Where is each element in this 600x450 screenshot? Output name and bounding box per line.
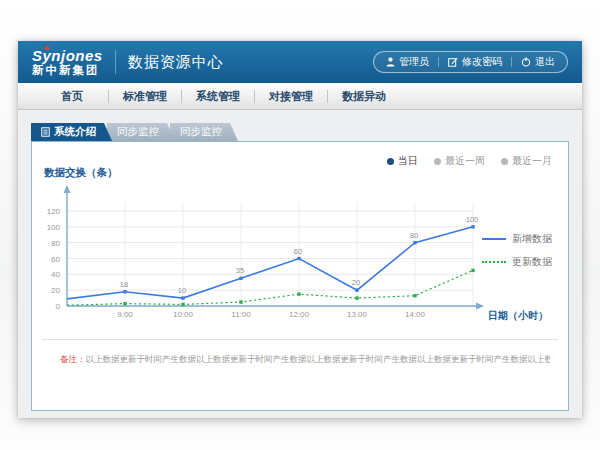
nav-item[interactable]: 数据异动 <box>328 89 400 104</box>
chart-legend: 新增数据更新数据 <box>482 232 552 269</box>
user-name-label: 管理员 <box>399 55 429 69</box>
footnote-label: 备注： <box>60 354 86 364</box>
brand-logo-subtext: 新中新集团 <box>32 64 103 76</box>
svg-text:100: 100 <box>47 223 61 232</box>
chart-filter-label: 当日 <box>398 154 418 168</box>
svg-text:80: 80 <box>51 239 60 248</box>
footnote: 备注：以上数据更新于时间产生数据以上数据更新于时间产生数据以上数据更新于时间产生… <box>60 354 550 366</box>
user-toolbar: 管理员 修改密码 退出 <box>373 51 568 73</box>
y-axis-title: 数据交换（条） <box>44 166 118 180</box>
change-password-label: 修改密码 <box>462 55 502 69</box>
tab-active[interactable]: 系统介绍 <box>31 123 112 141</box>
svg-text:20: 20 <box>352 278 360 287</box>
svg-text:60: 60 <box>51 255 60 264</box>
legend-item[interactable]: 新增数据 <box>482 232 552 246</box>
radio-dot-icon <box>387 158 394 165</box>
nav-item[interactable]: 标准管理 <box>109 89 181 104</box>
tab-label: 同步监控 <box>180 125 222 139</box>
toolbar-divider <box>438 57 439 67</box>
svg-text:日期（小时）: 日期（小时） <box>488 310 548 321</box>
svg-text:9:00: 9:00 <box>117 310 133 319</box>
panel-divider <box>42 339 558 340</box>
svg-text:10: 10 <box>178 286 186 295</box>
svg-text:35: 35 <box>236 266 244 275</box>
user-menu[interactable]: 管理员 <box>386 55 429 69</box>
legend-line-sample <box>482 261 506 263</box>
toolbar-divider <box>511 57 512 67</box>
legend-label: 新增数据 <box>512 232 552 246</box>
svg-text:12:00: 12:00 <box>289 310 310 319</box>
tab[interactable]: 同步监控 <box>170 123 238 141</box>
chart-filter-label: 最近一月 <box>512 154 552 168</box>
nav-item[interactable]: 首页 <box>36 89 108 104</box>
svg-text:10:00: 10:00 <box>173 310 194 319</box>
app-title: 数据资源中心 <box>128 53 224 72</box>
brand-logo: Synjones 新中新集团 <box>32 48 103 76</box>
app-window: Synjones 新中新集团 数据资源中心 管理员 修改密码 <box>18 41 582 418</box>
svg-text:14:00: 14:00 <box>405 310 426 319</box>
chart-svg: 0204060801001209:0010:0011:0012:0013:001… <box>40 182 552 332</box>
power-icon <box>521 57 531 67</box>
nav-item[interactable]: 系统管理 <box>182 89 254 104</box>
radio-dot-icon <box>501 158 508 165</box>
chart-filters: 当日最近一周最近一月 <box>387 154 552 168</box>
change-password-button[interactable]: 修改密码 <box>448 55 502 69</box>
footnote-text: 以上数据更新于时间产生数据以上数据更新于时间产生数据以上数据更新于时间产生数据以… <box>86 354 551 364</box>
tab-bar: 系统介绍同步监控同步监控 <box>31 123 569 141</box>
chart-panel: 当日最近一周最近一月 数据交换（条） 0204060801001209:0010… <box>31 141 569 411</box>
legend-line-sample <box>482 238 506 240</box>
svg-text:100: 100 <box>466 215 479 224</box>
svg-text:80: 80 <box>410 231 418 240</box>
document-icon <box>41 127 50 137</box>
user-icon <box>386 57 395 67</box>
svg-text:0: 0 <box>56 302 61 311</box>
legend-label: 更新数据 <box>512 255 552 269</box>
header-divider <box>115 50 116 74</box>
edit-icon <box>448 57 458 67</box>
tab-label: 系统介绍 <box>54 125 96 139</box>
chart-filter-label: 最近一周 <box>445 154 485 168</box>
logout-label: 退出 <box>535 55 555 69</box>
radio-dot-icon <box>434 158 441 165</box>
svg-text:11:00: 11:00 <box>231 310 251 319</box>
chart-filter-radio[interactable]: 最近一月 <box>501 154 552 168</box>
logout-button[interactable]: 退出 <box>521 55 555 69</box>
svg-text:120: 120 <box>47 207 61 216</box>
main-nav: 首页标准管理系统管理对接管理数据异动 <box>18 83 582 110</box>
nav-item[interactable]: 对接管理 <box>255 89 327 104</box>
legend-item[interactable]: 更新数据 <box>482 255 552 269</box>
svg-text:40: 40 <box>51 270 60 279</box>
content-area: 系统介绍同步监控同步监控 当日最近一周最近一月 数据交换（条） 02040608… <box>18 110 582 418</box>
brand-logo-text: Synjones <box>32 48 103 64</box>
svg-text:13:00: 13:00 <box>347 310 368 319</box>
svg-text:60: 60 <box>294 247 302 256</box>
chart-filter-radio[interactable]: 当日 <box>387 154 418 168</box>
app-header: Synjones 新中新集团 数据资源中心 管理员 修改密码 <box>18 41 582 83</box>
svg-text:20: 20 <box>51 286 60 295</box>
tab[interactable]: 同步监控 <box>107 123 175 141</box>
tab-label: 同步监控 <box>117 125 159 139</box>
chart-filter-radio[interactable]: 最近一周 <box>434 154 485 168</box>
line-chart: 0204060801001209:0010:0011:0012:0013:001… <box>40 182 552 332</box>
svg-text:18: 18 <box>120 280 128 289</box>
